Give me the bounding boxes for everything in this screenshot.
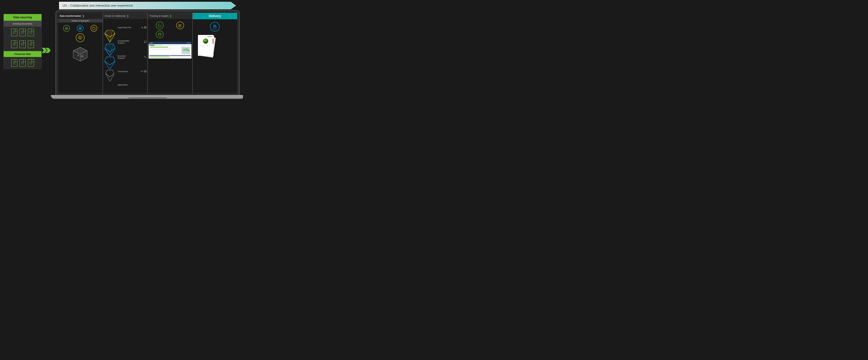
svg-point-72 [187,49,189,52]
svg-rect-38 [81,27,82,28]
svg-rect-32 [30,62,32,64]
mockup-table-col-1 [149,55,170,58]
mockup-bar-3 [150,49,174,49]
doc-line-3 [199,46,210,47]
conclusions-item: Conclusions [118,70,147,73]
svg-rect-0 [13,31,15,34]
delivery-doc-stack: Deloitte. [194,34,236,58]
tracking-right-icons [176,22,184,38]
svg-marker-58 [105,44,113,56]
data-cube-icon: ≡ ⊞ [71,45,90,64]
svg-rect-24 [13,62,15,64]
data-transformation-title: Data transformation [60,15,81,17]
svg-rect-16 [22,43,24,46]
sphere-icon [203,38,209,44]
table-header-2 [170,55,191,56]
doc-icon-6 [28,40,34,48]
form-circle-icon [76,33,85,42]
touch-icon [213,24,217,29]
mockup-body [149,44,191,59]
conclusions-label: Conclusions [118,71,128,73]
mockup-bar-4 [150,50,171,50]
mockup-traffic-lights [150,43,153,44]
table-row-2-1 [170,56,191,56]
comparability-item: ComparabilityAnalysis [118,40,147,44]
create-items-list: Legal Entity Info ComparabilityAnalysis [117,19,148,93]
deloitte-doc-label: Deloitte. [208,36,213,37]
chart-icon [178,24,182,27]
svg-rect-12 [13,43,15,46]
delivery-top-icon [193,19,237,32]
red-dot [150,43,150,44]
doc-icon-1 [11,29,18,36]
mockup-bar-1 [150,47,168,48]
create-collaborate-title: Create & Collaborate [105,15,126,17]
double-chevron-icon [43,48,51,53]
svg-rect-20 [30,43,32,46]
doc-icon-4 [11,40,18,48]
fin-doc-icon-1 [11,59,18,67]
calendar-icon [158,33,161,36]
financial-doc-row [4,57,41,69]
tracking-insights-chevron: ❯ [169,14,172,18]
svg-rect-40 [81,28,82,30]
ux-banner: UX – Collaborative and interactive user … [59,2,236,9]
exchange-icon [144,56,147,58]
svg-rect-37 [79,27,80,28]
legal-entity-item: Legal Entity Info [118,26,147,29]
fin-doc-icon-2 [20,59,26,67]
ux-banner-text: UX – Collaborative and interactive user … [62,4,133,7]
table-row-2-3 [170,57,191,58]
yellow-dot [151,43,152,44]
doc-line-1 [199,45,213,45]
delivery-title: Delivery [209,14,221,18]
validate-aggregate-label: Validate & Aggregate [58,19,102,22]
create-collaborate-chevron: ❯ [127,14,129,18]
calendar-circle-icon [156,31,163,38]
svg-rect-39 [79,28,80,30]
legal-entity-label: Legal Entity Info [118,26,131,28]
fin-doc-icon-3 [28,59,34,67]
conclusions-icons [141,70,147,73]
laptop-base [51,95,243,99]
create-content-area: Legal Entity Info ComparabilityAnalysis [103,19,148,93]
data-transformation-chevron: ❯ [82,14,84,18]
transform-center-icon [58,32,102,43]
chevron-1 [42,48,47,53]
economic-icons [144,56,147,58]
crystal-icon [104,30,116,82]
mockup-left-content [150,46,181,55]
table-row-1-3 [149,57,170,58]
doc-line-2 [199,46,209,46]
left-panel: Data sourcing Existing documents Financi… [3,14,42,69]
economic-label: EconomicAnalysis [118,55,126,59]
table-row-1-1 [149,56,170,56]
laptop-frame: Data transformation ❯ Validate & Aggrega… [56,10,240,95]
table-row-1-2 [149,57,170,57]
nav-item-2 [155,45,158,46]
mail-icon-1 [144,26,147,29]
table-row-2-2 [170,57,191,57]
reply-icon [141,26,144,29]
doc-row-1 [4,27,41,38]
mockup-header-bar: Deloitte. [149,42,191,44]
tracking-insights-column: Tracking & Insights ❯ [148,13,192,93]
deloitte-label: Deloitte. [153,43,191,44]
mockup-table-col-2 [170,55,191,58]
svg-text:≡: ≡ [77,54,79,57]
svg-point-74 [204,42,207,43]
financial-data-header: Financial data [4,51,41,57]
appendices-label: Appendices [118,84,128,86]
chart-circle-icon [176,22,184,29]
economic-item: EconomicAnalysis [118,55,147,59]
create-collaborate-header: Create & Collaborate ❯ [103,13,148,19]
doc-red-accent [213,38,213,44]
nav-item-3 [159,45,162,46]
svg-rect-28 [22,62,24,64]
svg-rect-63 [144,27,146,28]
tracking-screen-mockup: Deloitte. [149,42,191,59]
svg-rect-65 [158,33,161,36]
data-transformation-column: Data transformation ❯ Validate & Aggrega… [58,13,103,93]
doc-icon-5 [20,40,26,48]
legal-entity-icons [141,26,147,29]
